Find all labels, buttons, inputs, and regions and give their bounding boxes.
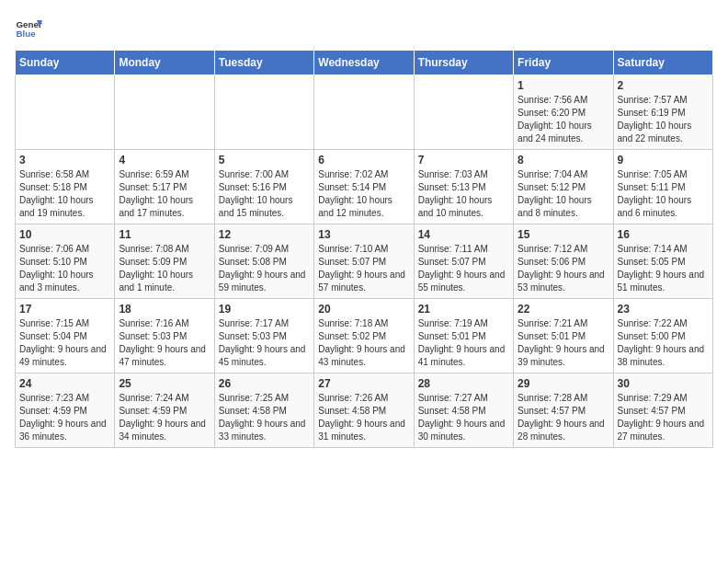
day-number: 1 [518,79,609,92]
day-number: 29 [518,377,609,390]
weekday-header-cell: Monday [115,51,214,75]
calendar-day-cell: 22Sunrise: 7:21 AM Sunset: 5:01 PM Dayli… [514,299,613,373]
weekday-header-cell: Wednesday [314,51,414,75]
day-number: 24 [19,377,110,390]
day-number: 17 [19,303,110,316]
day-info: Sunrise: 7:03 AM Sunset: 5:13 PM Dayligh… [418,168,509,220]
day-info: Sunrise: 7:15 AM Sunset: 5:04 PM Dayligh… [19,317,110,369]
calendar-day-cell: 20Sunrise: 7:18 AM Sunset: 5:02 PM Dayli… [314,299,414,373]
calendar-day-cell: 19Sunrise: 7:17 AM Sunset: 5:03 PM Dayli… [214,299,313,373]
calendar-day-cell: 10Sunrise: 7:06 AM Sunset: 5:10 PM Dayli… [16,224,115,299]
calendar-day-cell: 26Sunrise: 7:25 AM Sunset: 4:58 PM Dayli… [214,373,313,448]
day-number: 10 [19,228,110,241]
day-number: 12 [219,228,310,241]
calendar-day-cell: 28Sunrise: 7:27 AM Sunset: 4:58 PM Dayli… [414,373,513,448]
day-info: Sunrise: 7:16 AM Sunset: 5:03 PM Dayligh… [119,317,210,369]
calendar-week-row: 10Sunrise: 7:06 AM Sunset: 5:10 PM Dayli… [16,224,713,299]
day-info: Sunrise: 7:26 AM Sunset: 4:58 PM Dayligh… [318,392,409,443]
day-number: 21 [418,303,509,316]
calendar-day-cell [214,75,313,150]
day-number: 14 [418,228,509,241]
weekday-header-cell: Sunday [16,51,115,75]
calendar-body: 1Sunrise: 7:56 AM Sunset: 6:20 PM Daylig… [16,75,713,448]
calendar-day-cell: 21Sunrise: 7:19 AM Sunset: 5:01 PM Dayli… [414,299,513,373]
weekday-header-cell: Friday [514,51,613,75]
calendar-day-cell: 15Sunrise: 7:12 AM Sunset: 5:06 PM Dayli… [514,224,613,299]
day-info: Sunrise: 7:18 AM Sunset: 5:02 PM Dayligh… [318,317,409,369]
calendar-day-cell: 9Sunrise: 7:05 AM Sunset: 5:11 PM Daylig… [613,150,712,224]
calendar-day-cell: 27Sunrise: 7:26 AM Sunset: 4:58 PM Dayli… [314,373,414,448]
logo: General Blue [15,15,42,42]
day-info: Sunrise: 7:25 AM Sunset: 4:58 PM Dayligh… [219,392,310,443]
day-info: Sunrise: 7:24 AM Sunset: 4:59 PM Dayligh… [119,392,210,443]
day-info: Sunrise: 7:11 AM Sunset: 5:07 PM Dayligh… [418,243,509,294]
day-number: 16 [618,228,709,241]
calendar-day-cell: 8Sunrise: 7:04 AM Sunset: 5:12 PM Daylig… [514,150,613,224]
day-info: Sunrise: 7:21 AM Sunset: 5:01 PM Dayligh… [518,317,609,369]
day-info: Sunrise: 7:19 AM Sunset: 5:01 PM Dayligh… [418,317,509,369]
day-info: Sunrise: 7:27 AM Sunset: 4:58 PM Dayligh… [418,392,509,443]
day-number: 5 [219,154,310,167]
day-info: Sunrise: 7:04 AM Sunset: 5:12 PM Dayligh… [518,168,609,220]
day-number: 26 [219,377,310,390]
weekday-header-cell: Tuesday [214,51,313,75]
day-number: 18 [119,303,210,316]
day-number: 13 [318,228,409,241]
day-number: 28 [418,377,509,390]
calendar-day-cell: 17Sunrise: 7:15 AM Sunset: 5:04 PM Dayli… [16,299,115,373]
calendar-day-cell: 6Sunrise: 7:02 AM Sunset: 5:14 PM Daylig… [314,150,414,224]
calendar-day-cell: 23Sunrise: 7:22 AM Sunset: 5:00 PM Dayli… [613,299,712,373]
calendar-day-cell: 30Sunrise: 7:29 AM Sunset: 4:57 PM Dayli… [613,373,712,448]
calendar-day-cell: 3Sunrise: 6:58 AM Sunset: 5:18 PM Daylig… [16,150,115,224]
day-info: Sunrise: 7:22 AM Sunset: 5:00 PM Dayligh… [618,317,709,369]
day-info: Sunrise: 7:10 AM Sunset: 5:07 PM Dayligh… [318,243,409,294]
weekday-header: SundayMondayTuesdayWednesdayThursdayFrid… [16,51,713,75]
day-number: 4 [119,154,210,167]
day-number: 7 [418,154,509,167]
svg-text:Blue: Blue [17,29,37,39]
day-number: 27 [318,377,409,390]
calendar-week-row: 17Sunrise: 7:15 AM Sunset: 5:04 PM Dayli… [16,299,713,373]
day-number: 8 [518,154,609,167]
day-number: 9 [618,154,709,167]
calendar-day-cell [115,75,214,150]
day-number: 20 [318,303,409,316]
day-number: 3 [19,154,110,167]
calendar-day-cell: 16Sunrise: 7:14 AM Sunset: 5:05 PM Dayli… [613,224,712,299]
calendar-day-cell: 14Sunrise: 7:11 AM Sunset: 5:07 PM Dayli… [414,224,513,299]
weekday-header-cell: Thursday [414,51,513,75]
day-info: Sunrise: 7:23 AM Sunset: 4:59 PM Dayligh… [19,392,110,443]
day-info: Sunrise: 7:00 AM Sunset: 5:16 PM Dayligh… [219,168,310,220]
calendar-day-cell: 11Sunrise: 7:08 AM Sunset: 5:09 PM Dayli… [115,224,214,299]
day-number: 11 [119,228,210,241]
day-number: 19 [219,303,310,316]
day-number: 30 [618,377,709,390]
day-info: Sunrise: 7:05 AM Sunset: 5:11 PM Dayligh… [618,168,709,220]
day-info: Sunrise: 7:08 AM Sunset: 5:09 PM Dayligh… [119,243,210,294]
day-info: Sunrise: 7:17 AM Sunset: 5:03 PM Dayligh… [219,317,310,369]
calendar-week-row: 24Sunrise: 7:23 AM Sunset: 4:59 PM Dayli… [16,373,713,448]
day-number: 25 [119,377,210,390]
day-info: Sunrise: 7:57 AM Sunset: 6:19 PM Dayligh… [618,94,709,145]
calendar-day-cell: 18Sunrise: 7:16 AM Sunset: 5:03 PM Dayli… [115,299,214,373]
day-info: Sunrise: 7:02 AM Sunset: 5:14 PM Dayligh… [318,168,409,220]
calendar-day-cell [414,75,513,150]
day-number: 23 [618,303,709,316]
day-info: Sunrise: 7:56 AM Sunset: 6:20 PM Dayligh… [518,94,609,145]
calendar-day-cell [314,75,414,150]
calendar-day-cell: 4Sunrise: 6:59 AM Sunset: 5:17 PM Daylig… [115,150,214,224]
day-info: Sunrise: 7:09 AM Sunset: 5:08 PM Dayligh… [219,243,310,294]
day-info: Sunrise: 6:58 AM Sunset: 5:18 PM Dayligh… [19,168,110,220]
calendar-week-row: 3Sunrise: 6:58 AM Sunset: 5:18 PM Daylig… [16,150,713,224]
day-info: Sunrise: 7:28 AM Sunset: 4:57 PM Dayligh… [518,392,609,443]
calendar-week-row: 1Sunrise: 7:56 AM Sunset: 6:20 PM Daylig… [16,75,713,150]
day-number: 6 [318,154,409,167]
calendar-day-cell: 25Sunrise: 7:24 AM Sunset: 4:59 PM Dayli… [115,373,214,448]
day-number: 15 [518,228,609,241]
calendar-day-cell: 13Sunrise: 7:10 AM Sunset: 5:07 PM Dayli… [314,224,414,299]
calendar-day-cell: 5Sunrise: 7:00 AM Sunset: 5:16 PM Daylig… [214,150,313,224]
day-info: Sunrise: 7:12 AM Sunset: 5:06 PM Dayligh… [518,243,609,294]
day-info: Sunrise: 7:29 AM Sunset: 4:57 PM Dayligh… [618,392,709,443]
day-info: Sunrise: 7:14 AM Sunset: 5:05 PM Dayligh… [618,243,709,294]
calendar-day-cell: 7Sunrise: 7:03 AM Sunset: 5:13 PM Daylig… [414,150,513,224]
